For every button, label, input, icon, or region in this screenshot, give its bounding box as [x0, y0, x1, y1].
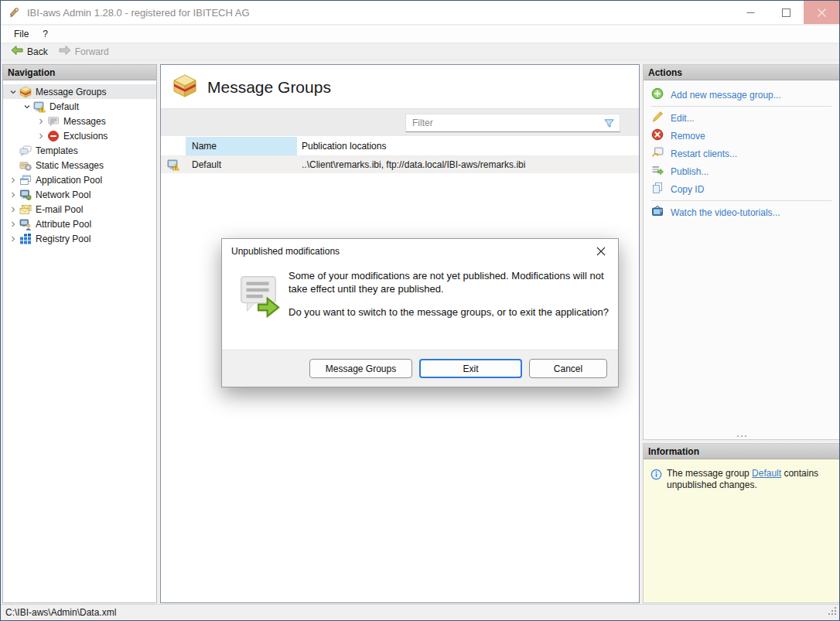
- information-message: The message group Default contains unpub…: [644, 459, 839, 491]
- tree-item-email-pool[interactable]: E-mail Pool: [3, 202, 156, 217]
- table-row-default[interactable]: Default ..\Client\remarks.ibi, ftp://dat…: [161, 156, 639, 173]
- actions-header: Actions: [644, 65, 839, 80]
- message-groups-large-icon: [172, 73, 198, 101]
- page-title-row: Message Groups: [161, 65, 639, 108]
- chevron-down-icon[interactable]: [7, 88, 19, 96]
- message-groups-icon: [19, 86, 32, 98]
- copy-icon: [651, 182, 664, 196]
- info-icon: [650, 469, 662, 480]
- tree-item-static-messages[interactable]: Static Messages: [3, 158, 156, 172]
- column-header-name[interactable]: Name: [186, 137, 297, 155]
- edit-pencil-icon: [651, 111, 664, 125]
- maximize-button[interactable]: [768, 1, 804, 24]
- back-button[interactable]: Back: [5, 43, 53, 60]
- dialog-footer: Message Groups Exit Cancel: [222, 350, 618, 387]
- restart-clients-icon: [651, 146, 664, 161]
- tree-item-templates[interactable]: Templates: [3, 143, 156, 158]
- chevron-right-icon[interactable]: [7, 220, 19, 228]
- message-group-warning-icon: [161, 159, 186, 171]
- exit-button[interactable]: Exit: [419, 359, 522, 378]
- network-pool-icon: [19, 189, 32, 201]
- action-remove[interactable]: Remove: [651, 127, 839, 145]
- status-bar: C:\IBI-aws\Admin\Data.xml: [1, 604, 839, 620]
- filter-funnel-icon[interactable]: [603, 118, 615, 132]
- tree-item-default[interactable]: Default: [3, 99, 156, 114]
- filter-bar: [161, 108, 639, 136]
- cancel-button[interactable]: Cancel: [529, 359, 607, 378]
- action-restart-clients[interactable]: Restart clients...: [651, 145, 839, 162]
- navigation-panel: Navigation Message Groups Default Messag…: [2, 64, 157, 603]
- tree-item-application-pool[interactable]: Application Pool: [3, 172, 156, 187]
- registry-pool-icon: [19, 233, 32, 245]
- separator: [651, 200, 831, 201]
- navigation-toolbar: Back Forward: [1, 43, 839, 60]
- menu-file[interactable]: File: [7, 26, 36, 43]
- unpublished-changes-icon: [235, 269, 283, 322]
- chevron-down-icon[interactable]: [21, 103, 33, 111]
- data-file-path: C:\IBI-aws\Admin\Data.xml: [5, 607, 116, 618]
- default-group-link[interactable]: Default: [752, 468, 781, 479]
- tree-item-attribute-pool[interactable]: Attribute Pool: [3, 217, 156, 231]
- tree-item-network-pool[interactable]: Network Pool: [3, 187, 156, 202]
- tree-item-messages[interactable]: Messages: [3, 114, 156, 128]
- column-icon-spacer: [161, 137, 186, 155]
- panel-splitter-handle[interactable]: [644, 433, 839, 438]
- dialog-message-1: Some of your modifications are not yet p…: [289, 269, 612, 295]
- tree-item-registry-pool[interactable]: Registry Pool: [3, 231, 156, 246]
- column-header-publication-locations[interactable]: Publication locations: [297, 137, 639, 155]
- chevron-right-icon[interactable]: [7, 191, 19, 199]
- publish-icon: [651, 164, 664, 179]
- row-publication-locations: ..\Client\remarks.ibi, ftp://data.local/…: [297, 159, 639, 170]
- actions-panel: Actions Add new message group... Edit...…: [643, 64, 840, 440]
- chevron-right-icon[interactable]: [35, 132, 47, 140]
- chevron-right-icon[interactable]: [35, 118, 47, 125]
- message-groups-button[interactable]: Message Groups: [309, 359, 412, 378]
- messages-icon: [47, 115, 60, 128]
- tree-item-exclusions[interactable]: Exclusions: [3, 128, 156, 143]
- page-title: Message Groups: [207, 78, 331, 97]
- dialog-close-icon[interactable]: [592, 244, 610, 258]
- close-button[interactable]: [804, 1, 839, 24]
- add-icon: [651, 87, 664, 102]
- attribute-pool-icon: [19, 218, 32, 230]
- information-panel: Information The message group Default co…: [643, 443, 840, 603]
- chevron-right-icon[interactable]: [7, 176, 19, 184]
- app-window: IBI-aws Admin 1.28.0 - registered for IB…: [0, 0, 840, 621]
- minimize-button[interactable]: [732, 1, 768, 24]
- row-name: Default: [186, 159, 297, 170]
- separator: [651, 106, 831, 107]
- window-title: IBI-aws Admin 1.28.0 - registered for IB…: [27, 1, 250, 25]
- action-watch-video-tutorials[interactable]: Watch the video-tutorials...: [651, 203, 839, 221]
- filter-input[interactable]: [405, 114, 620, 132]
- message-group-warning-icon: [33, 101, 46, 113]
- chevron-right-icon[interactable]: [7, 206, 19, 213]
- templates-icon: [19, 145, 32, 157]
- resize-grip[interactable]: [828, 607, 837, 618]
- title-bar: IBI-aws Admin 1.28.0 - registered for IB…: [1, 1, 839, 25]
- tree-item-message-groups[interactable]: Message Groups: [3, 84, 156, 99]
- action-publish[interactable]: Publish...: [651, 162, 839, 180]
- video-tutorials-icon: [651, 205, 664, 220]
- dialog-title: Unpublished modifications: [222, 239, 340, 262]
- forward-arrow-icon: [59, 45, 71, 58]
- static-messages-icon: [19, 159, 32, 172]
- app-icon: [8, 6, 21, 22]
- back-arrow-icon: [11, 45, 23, 58]
- actions-list: Add new message group... Edit... Remove …: [644, 80, 839, 221]
- action-add-new-message-group[interactable]: Add new message group...: [651, 86, 839, 104]
- navigation-tree: Message Groups Default Messages Exclusio…: [3, 80, 156, 246]
- action-copy-id[interactable]: Copy ID: [651, 180, 839, 198]
- chevron-right-icon[interactable]: [7, 235, 19, 243]
- email-pool-icon: [19, 203, 32, 216]
- forward-button[interactable]: Forward: [53, 43, 114, 60]
- remove-icon: [651, 128, 664, 143]
- dialog-message-2: Do you want to switch to the message gro…: [289, 306, 612, 318]
- exclusions-icon: [47, 130, 60, 142]
- unpublished-modifications-dialog: Unpublished modifications Some of your m…: [221, 238, 619, 387]
- table-header: Name Publication locations: [161, 137, 639, 156]
- menu-help[interactable]: ?: [36, 26, 55, 43]
- action-edit[interactable]: Edit...: [651, 109, 839, 127]
- information-text: The message group Default contains unpub…: [667, 468, 833, 491]
- menu-bar: File ?: [1, 26, 839, 43]
- navigation-header: Navigation: [3, 65, 156, 80]
